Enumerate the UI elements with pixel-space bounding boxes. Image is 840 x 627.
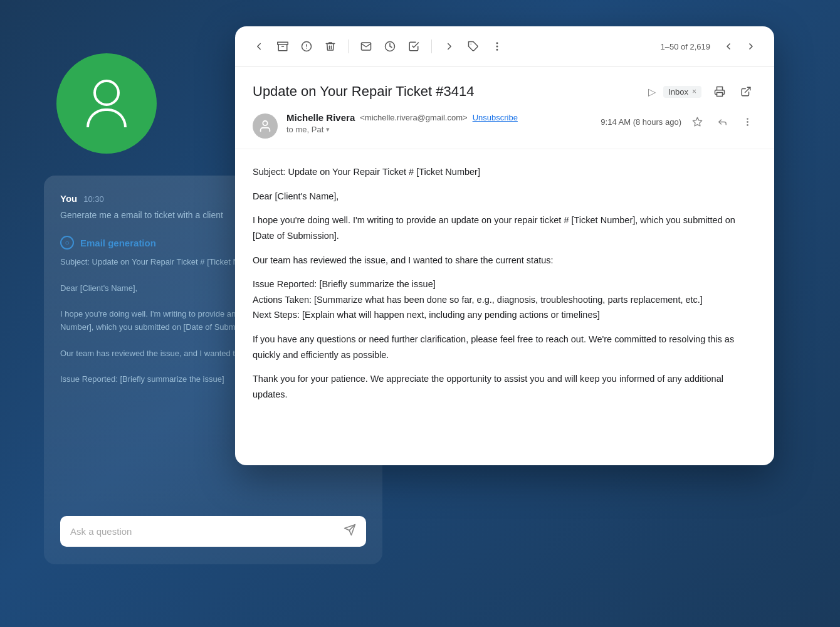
toolbar-divider-1 [348,40,349,53]
inbox-badge-label: Inbox [668,87,688,97]
subject-row: Update on Your Repair Ticket #3414 ▷ Inb… [253,81,757,102]
sender-name-row: Michelle Rivera <michelle.rivera@gmail.c… [286,112,592,123]
svg-point-18 [747,124,747,125]
sender-info: Michelle Rivera <michelle.rivera@gmail.c… [286,112,592,134]
add-task-button[interactable] [404,36,424,56]
label-button[interactable] [463,36,483,56]
chat-time: 10:30 [83,194,104,204]
spam-button[interactable] [297,36,317,56]
email-para1: I hope you're doing well. I'm writing to… [253,213,757,243]
email-toolbar: 1–50 of 2,619 [235,26,774,67]
svg-point-11 [496,50,498,51]
pagination-info: 1–50 of 2,619 [660,42,710,51]
archive-button[interactable] [273,36,293,56]
svg-point-9 [496,43,498,44]
chat-bot-label: Email generation [80,238,156,248]
email-header: Update on Your Repair Ticket #3414 ▷ Inb… [235,67,774,149]
more-options-button[interactable] [487,36,507,56]
svg-point-14 [263,121,267,125]
inbox-badge-close[interactable]: × [692,87,696,96]
email-issue: Issue Reported: [Briefly summarize the i… [253,279,436,289]
snooze-button[interactable] [380,36,400,56]
svg-rect-12 [717,93,723,97]
reply-button[interactable] [713,112,732,131]
send-icon[interactable] [344,524,356,539]
open-in-new-button[interactable] [735,81,757,102]
avatar-body [87,108,127,127]
star-button[interactable] [688,112,706,131]
toolbar-divider-2 [431,40,432,53]
svg-rect-2 [278,42,288,45]
move-to-button[interactable] [439,36,459,56]
chat-you-label: You [60,193,77,204]
sender-row: Michelle Rivera <michelle.rivera@gmail.c… [253,112,757,139]
email-closing: Thank you for your patience. We apprecia… [253,371,757,402]
sender-avatar [253,113,278,139]
email-dear: Dear [Client's Name], [253,189,757,204]
email-para2: Our team has reviewed the issue, and I w… [253,253,757,268]
chat-bot-icon: ○ [60,236,74,250]
svg-point-10 [496,46,498,47]
svg-point-17 [747,121,747,122]
print-button[interactable] [709,81,730,102]
unsubscribe-link[interactable]: Unsubscribe [473,113,518,122]
chat-input-placeholder: Ask a question [70,526,337,537]
email-issue-actions-nextsteps: Issue Reported: [Briefly summarize the i… [253,277,757,323]
email-time: 9:14 AM (8 hours ago) [601,117,681,127]
user-avatar [56,53,157,154]
inbox-badge: Inbox × [663,86,701,98]
back-button[interactable] [249,36,269,56]
delete-button[interactable] [320,36,340,56]
email-actions: Actions Taken: [Summarize what has been … [253,295,703,305]
prev-email-button[interactable] [719,37,738,56]
avatar-icon [87,80,127,127]
svg-point-16 [747,118,747,119]
chat-input-bar[interactable]: Ask a question [60,516,366,547]
email-subject-line: Subject: Update on Your Repair Ticket # … [253,164,757,180]
header-actions [709,81,757,102]
email-support: If you have any questions or need furthe… [253,332,757,362]
email-next-steps: Next Steps: [Explain what will happen ne… [253,310,600,320]
more-message-options-button[interactable] [738,112,757,131]
mark-unread-button[interactable] [356,36,376,56]
email-panel: 1–50 of 2,619 Update on Your Repair Tick… [235,26,774,465]
to-line: to me, Pat ▾ [286,125,592,134]
email-subject: Update on Your Repair Ticket #3414 [253,83,641,100]
subject-arrow-icon: ▷ [648,86,656,98]
avatar-head [93,80,120,106]
email-meta-right: 9:14 AM (8 hours ago) [601,112,757,131]
svg-line-13 [745,87,750,92]
next-email-button[interactable] [742,37,760,56]
sender-name: Michelle Rivera [286,112,355,123]
recipients-chevron-icon[interactable]: ▾ [326,125,330,134]
email-body: Subject: Update on Your Repair Ticket # … [235,149,774,423]
sender-email: <michelle.rivera@gmail.com> [360,113,467,122]
svg-marker-15 [693,117,701,125]
